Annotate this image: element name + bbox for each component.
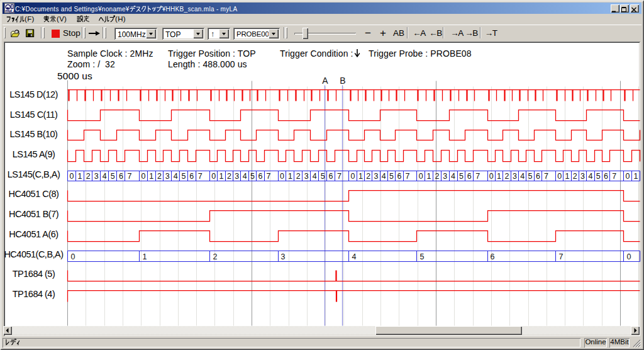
svg-text:myLA: myLA	[5, 9, 14, 14]
